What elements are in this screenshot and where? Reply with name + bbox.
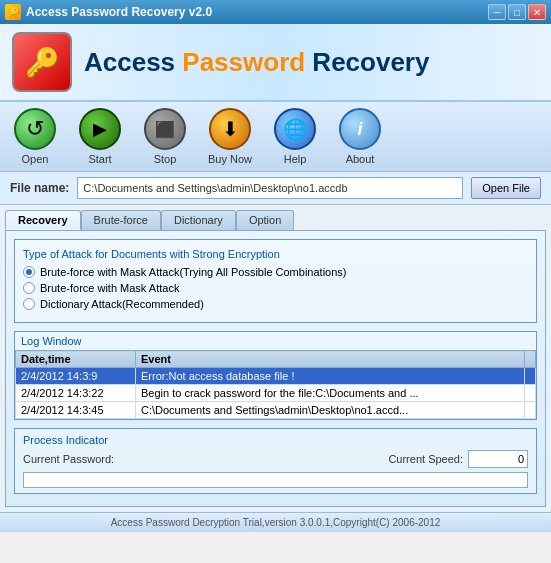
- title-bar-left: 🔑 Access Password Recovery v2.0: [5, 4, 212, 20]
- buy-icon: ⬇: [209, 108, 251, 150]
- title-recovery: Recovery: [305, 47, 429, 77]
- title-password: Password: [182, 47, 305, 77]
- tab-dictionary[interactable]: Dictionary: [161, 210, 236, 230]
- help-button[interactable]: 🌐 Help: [270, 108, 320, 165]
- title-bar: 🔑 Access Password Recovery v2.0 ─ □ ✕: [0, 0, 551, 24]
- log-event-1: Error:Not access database file !: [136, 368, 525, 385]
- tab-option[interactable]: Option: [236, 210, 294, 230]
- radio-mask-attack[interactable]: Brute-force with Mask Attack(Trying All …: [23, 266, 528, 278]
- tab-recovery[interactable]: Recovery: [5, 210, 81, 230]
- open-label: Open: [22, 153, 49, 165]
- stop-icon: ⬛: [144, 108, 186, 150]
- app-icon: 🔑: [5, 4, 21, 20]
- file-row: File name: Open File: [0, 172, 551, 205]
- current-speed-value: 0: [468, 450, 528, 468]
- footer: Access Password Decryption Trial,version…: [0, 512, 551, 532]
- close-button[interactable]: ✕: [528, 4, 546, 20]
- log-col-spacer: [525, 351, 536, 368]
- about-icon: i: [339, 108, 381, 150]
- radio-mask-label: Brute-force with Mask Attack(Trying All …: [40, 266, 346, 278]
- tab-panel: Type of Attack for Documents with Strong…: [5, 230, 546, 507]
- title-access: Access: [84, 47, 182, 77]
- radio-dict-attack[interactable]: Dictionary Attack(Recommended): [23, 298, 528, 310]
- log-datetime-3: 2/4/2012 14:3:45: [16, 402, 136, 419]
- tab-brute-force[interactable]: Brute-force: [81, 210, 161, 230]
- log-datetime-2: 2/4/2012 14:3:22: [16, 385, 136, 402]
- current-password-field: Current Password:: [23, 453, 271, 465]
- radio-brute-attack[interactable]: Brute-force with Mask Attack: [23, 282, 528, 294]
- start-label: Start: [88, 153, 111, 165]
- table-row[interactable]: 2/4/2012 14:3:9 Error:Not access databas…: [16, 368, 536, 385]
- header: Access Password Recovery: [0, 24, 551, 102]
- start-icon: ▶: [79, 108, 121, 150]
- radio-mask-circle: [23, 266, 35, 278]
- help-label: Help: [284, 153, 307, 165]
- log-title: Log Window: [15, 332, 536, 350]
- file-name-label: File name:: [10, 181, 69, 195]
- log-col-datetime: Date,time: [16, 351, 136, 368]
- open-button[interactable]: ↺ Open: [10, 108, 60, 165]
- current-speed-field: Current Speed: 0: [281, 450, 529, 468]
- attack-type-section: Type of Attack for Documents with Strong…: [14, 239, 537, 323]
- log-section: Log Window Date,time Event 2/4/2012 14:3…: [14, 331, 537, 420]
- radio-dict-label: Dictionary Attack(Recommended): [40, 298, 204, 310]
- minimize-button[interactable]: ─: [488, 4, 506, 20]
- app-title: Access Password Recovery: [84, 47, 429, 78]
- help-icon: 🌐: [274, 108, 316, 150]
- maximize-button[interactable]: □: [508, 4, 526, 20]
- window-title: Access Password Recovery v2.0: [26, 5, 212, 19]
- toolbar: ↺ Open ▶ Start ⬛ Stop ⬇ Buy Now 🌐 Help i…: [0, 102, 551, 172]
- process-row: Current Password: Current Speed: 0: [23, 450, 528, 468]
- start-button[interactable]: ▶ Start: [75, 108, 125, 165]
- table-row[interactable]: 2/4/2012 14:3:45 C:\Documents and Settin…: [16, 402, 536, 419]
- main-content: Recovery Brute-force Dictionary Option T…: [0, 205, 551, 512]
- process-title: Process Indicator: [23, 434, 528, 446]
- log-event-3: C:\Documents and Settings\admin\Desktop\…: [136, 402, 525, 419]
- buy-label: Buy Now: [208, 153, 252, 165]
- current-password-label: Current Password:: [23, 453, 114, 465]
- table-row[interactable]: 2/4/2012 14:3:22 Begin to crack password…: [16, 385, 536, 402]
- tabs: Recovery Brute-force Dictionary Option: [5, 210, 546, 230]
- log-table: Date,time Event 2/4/2012 14:3:9 Error:No…: [15, 350, 536, 419]
- open-file-button[interactable]: Open File: [471, 177, 541, 199]
- log-datetime-1: 2/4/2012 14:3:9: [16, 368, 136, 385]
- log-spacer-2: [525, 385, 536, 402]
- current-speed-label: Current Speed:: [388, 453, 463, 465]
- process-section: Process Indicator Current Password: Curr…: [14, 428, 537, 494]
- radio-dict-circle: [23, 298, 35, 310]
- log-spacer-1: [525, 368, 536, 385]
- buy-now-button[interactable]: ⬇ Buy Now: [205, 108, 255, 165]
- log-spacer-3: [525, 402, 536, 419]
- log-col-event: Event: [136, 351, 525, 368]
- stop-button[interactable]: ⬛ Stop: [140, 108, 190, 165]
- radio-brute-label: Brute-force with Mask Attack: [40, 282, 179, 294]
- file-path-input[interactable]: [77, 177, 463, 199]
- log-event-2: Begin to crack password for the file:C:\…: [136, 385, 525, 402]
- radio-brute-circle: [23, 282, 35, 294]
- stop-label: Stop: [154, 153, 177, 165]
- about-button[interactable]: i About: [335, 108, 385, 165]
- open-icon: ↺: [14, 108, 56, 150]
- progress-bar: [23, 472, 528, 488]
- title-bar-controls: ─ □ ✕: [488, 4, 546, 20]
- about-label: About: [346, 153, 375, 165]
- app-logo: [12, 32, 72, 92]
- attack-type-title: Type of Attack for Documents with Strong…: [23, 248, 528, 260]
- footer-text: Access Password Decryption Trial,version…: [111, 517, 441, 528]
